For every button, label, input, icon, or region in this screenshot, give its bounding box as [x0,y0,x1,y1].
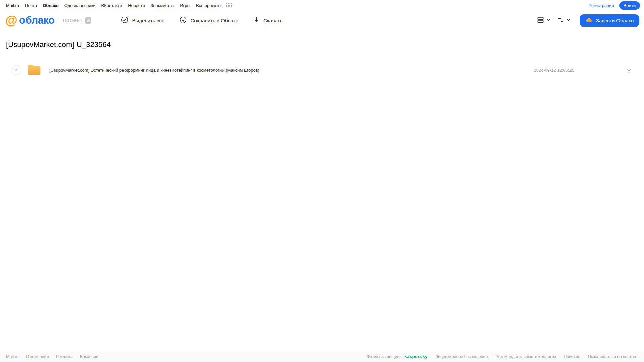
save-to-cloud-label: Сохранить в Облако [190,18,238,23]
create-cloud-label: Завести Облако [596,18,634,23]
kaspersky-protection: Файлы защищены kaspersky [367,354,428,359]
footer-link-jobs[interactable]: Вакансии [80,354,98,359]
check-circle-icon [121,16,129,25]
footer-right-links: Файлы защищены kaspersky Лицензионное со… [367,354,638,359]
footer-link-company[interactable]: О компании [26,354,49,359]
vk-icon: vk [85,17,91,24]
file-name-link[interactable]: [UsupovMarket.com] Эстетический реоформи… [49,68,534,73]
footer-link-recommendation-tech[interactable]: Рекомендательные технологии [495,354,556,359]
mailru-at-icon: @ [5,15,17,26]
footer-link-help[interactable]: Помощь [564,354,580,359]
create-cloud-button[interactable]: Завести Облако [580,14,639,27]
select-all-label: Выделить все [132,18,164,23]
registration-link[interactable]: Регистрация [589,3,614,8]
main-content: [UsupovMarket.com] U_323564 [UsupovMarke [0,40,644,78]
file-toolbar: Выделить все Сохранить в Облако Скачать [121,16,282,25]
cloud-logo[interactable]: @ облако проект vk [5,14,91,27]
nav-link-igry[interactable]: Игры [180,3,190,8]
row-checkbox[interactable] [11,65,21,75]
chevron-down-icon [566,17,571,23]
save-to-cloud-button[interactable]: Сохранить в Облако [179,16,238,25]
nav-link-novosti[interactable]: Новости [128,3,145,8]
footer-link-license[interactable]: Лицензионное соглашение [435,354,488,359]
footer-link-ads[interactable]: Реклама [56,354,72,359]
sort-dropdown[interactable] [557,16,571,25]
cloud-header: @ облако проект vk Выделить все [0,10,644,31]
folder-icon [27,64,41,76]
file-row[interactable]: [UsupovMarket.com] Эстетический реоформи… [6,62,638,78]
footer-link-report-content[interactable]: Пожаловаться на контент [588,354,638,359]
list-view-icon [537,16,544,25]
view-mode-dropdown[interactable] [537,16,551,25]
nav-link-oblako[interactable]: Облако [43,3,59,8]
footer-left-links: Mail.ru О компании Реклама Вакансии [6,354,98,359]
download-button[interactable]: Скачать [253,16,282,24]
footer-link-mailru[interactable]: Mail.ru [6,354,19,359]
row-download-icon[interactable] [625,66,633,74]
portal-navigation: Mail.ru Почта Облако Одноклассники ВКонт… [0,0,644,10]
cloud-icon [585,16,593,25]
chevron-down-icon [546,17,551,23]
logo-text: облако [19,14,54,27]
cloud-upload-icon [179,16,187,25]
logo-divider [59,17,59,24]
nav-link-znakomstva[interactable]: Знакомства [150,3,174,8]
checkmark-icon [14,67,19,73]
page-title: [UsupovMarket.com] U_323564 [6,40,638,49]
sort-icon [557,16,564,25]
header-right-controls: Завести Облако [537,14,639,27]
download-label: Скачать [263,18,282,23]
select-all-button[interactable]: Выделить все [121,16,164,25]
nav-link-pochta[interactable]: Почта [25,3,37,8]
login-button[interactable]: Войти [619,1,640,10]
nav-link-vse-proekty[interactable]: Все проекты [196,3,221,8]
nav-link-vkontakte[interactable]: ВКонтакте [101,3,122,8]
nav-link-odnoklassniki[interactable]: Одноклассники [64,3,96,8]
page-footer: Mail.ru О компании Реклама Вакансии Файл… [0,351,644,362]
apps-grid-icon[interactable] [226,3,232,8]
kaspersky-protected-label: Файлы защищены [367,354,402,359]
project-label: проект [63,17,83,24]
kaspersky-logo[interactable]: kaspersky [404,354,428,359]
file-date: 2024-09-12 12:06:25 [534,68,574,73]
nav-link-mailru[interactable]: Mail.ru [6,3,19,8]
download-icon [253,16,260,24]
